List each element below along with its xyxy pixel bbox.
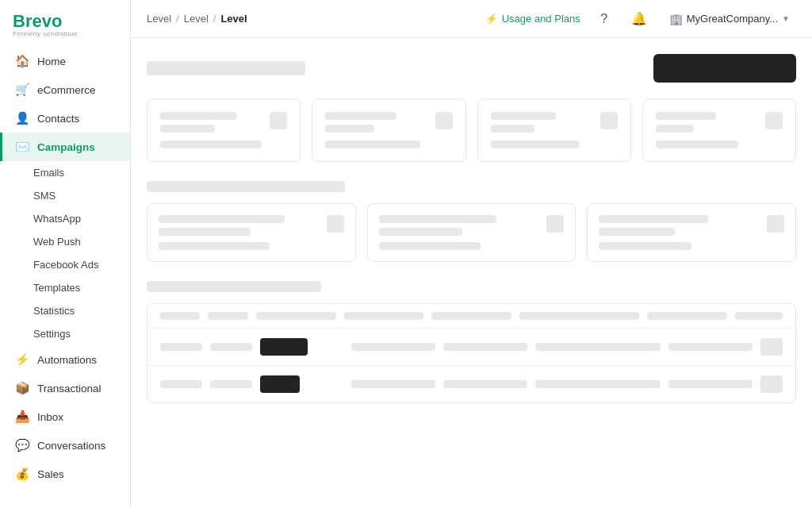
- sidebar-subitem-emails[interactable]: Emails: [0, 161, 130, 184]
- skeleton-line: [379, 228, 463, 236]
- stat-card-3-lines: [491, 112, 600, 133]
- sidebar-item-inbox[interactable]: 📥 Inbox: [0, 402, 130, 431]
- skeleton-line: [325, 140, 420, 148]
- skeleton-cell: [760, 375, 783, 393]
- main-area: Level / Level / Level ⚡ Usage and Plans …: [131, 0, 812, 508]
- page-title-skeleton: [147, 61, 305, 75]
- skeleton-cell: [443, 380, 527, 388]
- sidebar-item-contacts[interactable]: 👤 Contacts: [0, 104, 130, 133]
- skeleton-col: [256, 312, 336, 320]
- skeleton-cell: [351, 380, 435, 388]
- sidebar-item-sales[interactable]: 💰 Sales: [0, 460, 130, 488]
- table-section: [147, 281, 796, 403]
- account-menu-button[interactable]: 🏢 MyGreatCompany... ▼: [663, 10, 796, 29]
- sidebar-subitem-settings-label: Settings: [33, 328, 71, 340]
- sidebar-subitem-web-push-label: Web Push: [33, 236, 81, 248]
- three-card-1: [147, 203, 356, 262]
- table-cell-btn-1: [260, 338, 344, 356]
- account-name-label: MyGreatCompany...: [687, 13, 778, 25]
- sidebar-item-automations-label: Automations: [37, 354, 97, 366]
- table-row-1: [147, 329, 795, 366]
- stat-card-2-top: [325, 112, 452, 133]
- breadcrumb-sep-2: /: [213, 13, 216, 25]
- logo-sub: Formerly sendinblue: [13, 30, 117, 37]
- sidebar-item-ecommerce[interactable]: 🛒 eCommerce: [0, 75, 130, 104]
- sidebar-item-transactional[interactable]: 📦 Transactional: [0, 374, 130, 402]
- skeleton-col: [519, 312, 639, 320]
- table-cell-btn-2: [260, 375, 344, 393]
- skeleton-line: [599, 242, 691, 250]
- sidebar-subitem-settings[interactable]: Settings: [0, 322, 130, 345]
- skeleton-icon: [435, 112, 453, 129]
- breadcrumb-sep-1: /: [176, 13, 179, 25]
- sidebar-item-contacts-label: Contacts: [37, 113, 79, 125]
- sidebar-item-campaigns-label: Campaigns: [37, 141, 95, 153]
- skeleton-cell: [668, 380, 753, 388]
- sidebar-subitem-facebook-ads-label: Facebook Ads: [33, 259, 98, 271]
- help-icon-button[interactable]: ?: [593, 8, 615, 30]
- skeleton-cell: [160, 343, 202, 351]
- sidebar-item-sales-label: Sales: [37, 468, 64, 480]
- sidebar-subitem-sms[interactable]: SMS: [0, 184, 130, 207]
- skeleton-cell: [760, 338, 783, 356]
- conversations-icon: 💬: [15, 438, 29, 452]
- inbox-icon: 📥: [15, 410, 29, 424]
- dark-button-skeleton-1[interactable]: [260, 338, 308, 356]
- stats-cards-row: [147, 98, 796, 162]
- skeleton-icon: [546, 215, 564, 233]
- skeleton-line: [656, 125, 694, 133]
- stat-card-1-top: [160, 112, 287, 133]
- chevron-down-icon: ▼: [782, 14, 790, 23]
- skeleton-line: [160, 125, 215, 133]
- sidebar-item-automations[interactable]: ⚡ Automations: [0, 345, 130, 374]
- sidebar-subitem-web-push[interactable]: Web Push: [0, 230, 130, 253]
- skeleton-line: [491, 140, 580, 148]
- sidebar-subitem-templates[interactable]: Templates: [0, 276, 130, 299]
- stat-card-4-lines: [656, 112, 765, 133]
- content-area: [131, 38, 812, 508]
- skeleton-line: [379, 242, 481, 250]
- sidebar-item-conversations-label: Conversations: [37, 440, 105, 452]
- skeleton-cell: [668, 343, 753, 351]
- account-building-icon: 🏢: [669, 13, 683, 25]
- ecommerce-icon: 🛒: [15, 83, 29, 97]
- stat-card-4: [642, 98, 796, 162]
- home-icon: 🏠: [15, 54, 29, 68]
- skeleton-col: [160, 312, 200, 320]
- skeleton-line: [656, 140, 738, 148]
- skeleton-line: [379, 215, 496, 223]
- transactional-icon: 📦: [15, 381, 29, 395]
- sidebar-item-home-label: Home: [37, 56, 66, 67]
- sidebar-subitem-sms-label: SMS: [33, 190, 56, 202]
- breadcrumb: Level / Level / Level: [147, 13, 247, 25]
- sidebar-item-conversations[interactable]: 💬 Conversations: [0, 431, 130, 460]
- skeleton-cell: [535, 343, 661, 351]
- notifications-icon-button[interactable]: 🔔: [628, 8, 650, 30]
- sidebar-subitem-facebook-ads[interactable]: Facebook Ads: [0, 253, 130, 276]
- skeleton-line: [656, 112, 716, 120]
- usage-plans-button[interactable]: ⚡ Usage and Plans: [485, 13, 580, 25]
- sidebar-item-transactional-label: Transactional: [37, 383, 102, 394]
- three-card-3-top: [599, 215, 784, 236]
- stat-card-1-lines: [160, 112, 270, 133]
- sidebar-subitem-statistics[interactable]: Statistics: [0, 299, 130, 322]
- sidebar-subitem-whatsapp[interactable]: WhatsApp: [0, 207, 130, 230]
- section-2: [147, 181, 796, 262]
- usage-plans-icon: ⚡: [485, 13, 498, 25]
- cta-button-skeleton[interactable]: [653, 54, 796, 83]
- sidebar-item-inbox-label: Inbox: [37, 411, 63, 423]
- sidebar-item-home[interactable]: 🏠 Home: [0, 47, 130, 75]
- skeleton-cell: [535, 380, 661, 388]
- skeleton-line: [159, 242, 270, 250]
- sidebar-subitem-statistics-label: Statistics: [33, 305, 75, 317]
- dark-button-skeleton-2[interactable]: [260, 375, 300, 393]
- skeleton-line: [159, 228, 251, 236]
- sidebar-item-campaigns[interactable]: ✉️ Campaigns: [0, 133, 130, 161]
- skeleton-line: [159, 215, 285, 223]
- skeleton-line: [160, 112, 237, 120]
- topbar-right: ⚡ Usage and Plans ? 🔔 🏢 MyGreatCompany..…: [485, 8, 796, 30]
- three-col-cards: [147, 203, 796, 262]
- automations-icon: ⚡: [15, 352, 29, 367]
- skeleton-line: [325, 112, 396, 120]
- breadcrumb-level-3: Level: [220, 13, 247, 25]
